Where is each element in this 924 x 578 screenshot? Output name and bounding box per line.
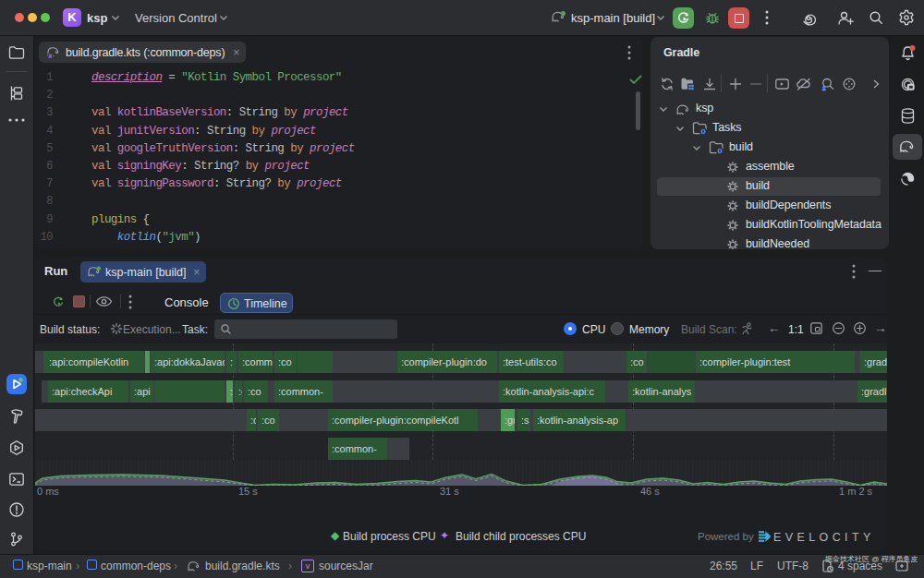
svg-text:EVELOCITY: EVELOCITY [773,531,875,544]
